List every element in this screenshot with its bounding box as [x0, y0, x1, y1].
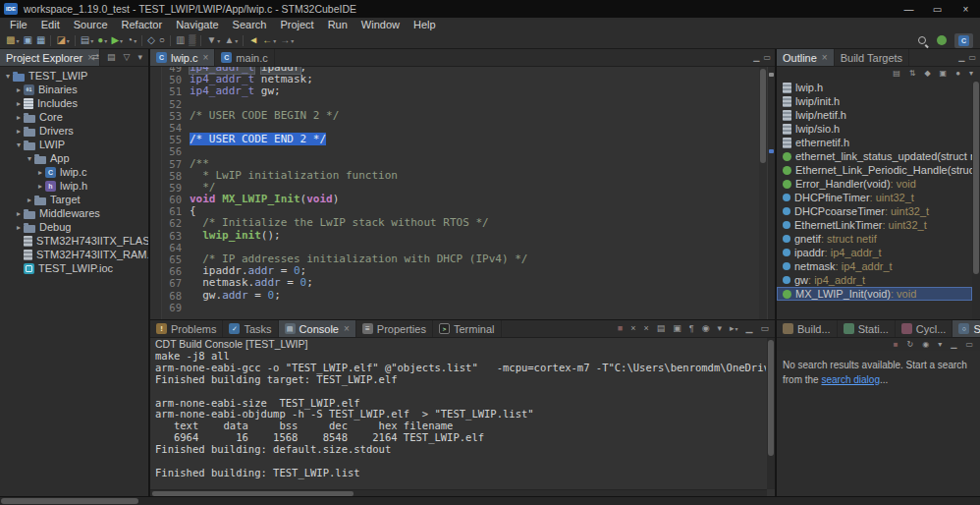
close-icon[interactable]: ×	[822, 52, 828, 63]
minimize-view-icon[interactable]: ▁	[744, 321, 755, 336]
menu-search[interactable]: Search	[226, 18, 274, 32]
menu-source[interactable]: Source	[67, 18, 115, 32]
menu-help[interactable]: Help	[407, 18, 443, 32]
quick-access-search-icon[interactable]	[916, 34, 929, 47]
run-icon[interactable]: ▶▾	[109, 33, 125, 48]
chevron-right-icon[interactable]: ▸	[14, 113, 24, 122]
console-output[interactable]: make -j8 all arm-none-eabi-gcc -o "TEST_…	[155, 351, 766, 489]
menu-window[interactable]: Window	[354, 18, 407, 32]
collapse-all-icon[interactable]: ▤	[105, 50, 118, 65]
outline-item-ipaddr[interactable]: ipaddr : ip4_addr_t	[777, 246, 972, 259]
toggle-breadcrumb-icon[interactable]: ▥	[174, 33, 187, 48]
forward-icon[interactable]: →▾	[278, 33, 296, 48]
remove-all-launches-icon[interactable]: ×	[641, 321, 650, 336]
tree-item-core[interactable]: ▸Core	[0, 110, 148, 124]
annotation-ruler[interactable]	[150, 67, 162, 319]
outline-item-ethernetlinktimer[interactable]: EthernetLinkTimer : uint32_t	[777, 218, 972, 232]
minimize-view-icon[interactable]: ▁	[958, 54, 964, 62]
console-tab-properties[interactable]: Properties	[356, 320, 433, 337]
outline-tab-outline[interactable]: Outline×	[777, 49, 835, 66]
refresh-search-icon[interactable]: ↻	[905, 339, 916, 350]
previous-annotation-icon[interactable]: ▲▾	[222, 33, 240, 48]
outline-item-ethernet-link-periodic-handle-struct-netif[interactable]: Ethernet_Link_Periodic_Handle(struct net…	[777, 163, 972, 177]
terminate-search-icon[interactable]: ■	[892, 339, 900, 350]
tree-item-test-lwip[interactable]: ▾TEST_LWIP	[0, 69, 148, 83]
tree-item-lwip-h[interactable]: ▸lwip.h	[0, 179, 148, 193]
code-line[interactable]	[190, 302, 759, 313]
maximize-button[interactable]: ▭	[923, 0, 952, 18]
search-tab-build[interactable]: Build...	[777, 320, 838, 337]
pin-search-icon[interactable]: ◉	[920, 339, 931, 350]
scrollbar-thumb[interactable]	[768, 340, 774, 456]
view-menu-icon[interactable]: ▾	[136, 50, 144, 65]
console-hscrollbar[interactable]	[150, 489, 767, 496]
outline-item-dhcpfinetimer[interactable]: DHCPfineTimer : uint32_t	[777, 191, 972, 204]
console-vscrollbar[interactable]	[767, 338, 775, 489]
collapse-all-icon[interactable]: ▤	[891, 68, 902, 79]
build-all-icon[interactable]: ◪▾	[54, 33, 71, 48]
outline-tab-build-targets[interactable]: Build Targets	[835, 49, 909, 66]
new-c-project-icon[interactable]: ▤▾	[79, 33, 95, 48]
cpp-perspective-button[interactable]	[954, 33, 973, 48]
filter-icon[interactable]: ▽	[122, 50, 133, 65]
hide-non-public-icon[interactable]: ●	[953, 68, 962, 79]
last-edit-location-icon[interactable]: ◄	[246, 33, 260, 48]
bottom-scrollbar[interactable]	[0, 496, 980, 505]
tree-item-target[interactable]: ▸Target	[0, 193, 148, 206]
tree-item-app[interactable]: ▾App	[0, 151, 148, 165]
word-wrap-icon[interactable]: ¶	[687, 321, 696, 336]
tree-item-stm32h743iitx-flash-ld[interactable]: STM32H743IITX_FLASH.ld	[0, 234, 148, 248]
chevron-down-icon[interactable]: ▾	[3, 72, 13, 81]
editor-code[interactable]: ip4_addr_t ipaddr;ip4_addr_t netmask;ip4…	[188, 67, 759, 313]
back-icon[interactable]: ←▾	[260, 33, 278, 48]
terminate-icon[interactable]: ■	[616, 321, 625, 336]
console-tab-problems[interactable]: Problems	[150, 320, 223, 337]
code-line[interactable]: void MX_LWIP_Init(void)	[190, 194, 759, 205]
debug-icon[interactable]: ●▾	[95, 33, 109, 48]
save-all-icon[interactable]: ▦	[34, 33, 47, 48]
search-tab-stati[interactable]: Stati...	[838, 320, 896, 337]
console-tab-tasks[interactable]: Tasks	[223, 320, 278, 337]
editor-tab-lwip-c[interactable]: lwip.c×	[150, 49, 215, 66]
debug-perspective-button[interactable]	[933, 33, 951, 47]
scroll-lock-icon[interactable]: ▣	[671, 321, 683, 336]
search-tab-sear[interactable]: Sear...×	[953, 320, 980, 337]
chevron-right-icon[interactable]: ▸	[14, 99, 24, 108]
outline-item-dhcpcoarsetimer[interactable]: DHCPcoarseTimer : uint32_t	[777, 204, 972, 218]
maximize-view-icon[interactable]: ▭	[963, 339, 975, 350]
close-button[interactable]: ×	[952, 0, 980, 18]
new-wizard-icon[interactable]: ▩▾	[4, 33, 21, 48]
chevron-right-icon[interactable]: ▸	[14, 223, 24, 232]
outline-item-netmask[interactable]: netmask : ip4_addr_t	[777, 259, 972, 273]
hide-static-members-icon[interactable]: ▣	[938, 68, 950, 79]
open-element-icon[interactable]: ◇	[145, 33, 157, 48]
outline-item-gw[interactable]: gw : ip4_addr_t	[777, 273, 972, 287]
scrollbar-thumb[interactable]	[1, 498, 138, 504]
outline-item-mx-lwip-init-void[interactable]: MX_LWIP_Init(void) : void	[777, 287, 972, 301]
minimize-view-icon[interactable]: ▁	[949, 339, 958, 350]
menu-refactor[interactable]: Refactor	[115, 18, 170, 32]
tree-item-middlewares[interactable]: ▸Middlewares	[0, 206, 148, 220]
tree-item-stm32h743iitx-ram-ld[interactable]: STM32H743IITX_RAM.ld	[0, 248, 148, 261]
chevron-right-icon[interactable]: ▸	[14, 209, 24, 218]
outline-item-ethernetif-h[interactable]: ethernetif.h	[777, 136, 972, 149]
menu-edit[interactable]: Edit	[34, 18, 67, 32]
maximize-view-icon[interactable]: ▭	[763, 54, 771, 62]
remove-launch-icon[interactable]: ×	[628, 321, 637, 336]
minimize-button[interactable]: —	[895, 0, 923, 18]
outline-vscrollbar[interactable]	[972, 80, 980, 319]
menu-file[interactable]: File	[3, 18, 34, 32]
outline-item-lwip-sio-h[interactable]: lwip/sio.h	[777, 122, 972, 136]
open-console-icon[interactable]: ▸▾	[728, 321, 740, 336]
display-selected-console-icon[interactable]: ▾	[715, 321, 724, 336]
code-line[interactable]: ip4_addr_t gw;	[190, 85, 759, 97]
tree-item-includes[interactable]: ▸Includes	[0, 96, 148, 110]
tree-item-debug[interactable]: ▸Debug	[0, 220, 148, 234]
search-history-icon[interactable]: ▾	[936, 339, 944, 350]
tree-item-drivers[interactable]: ▸Drivers	[0, 124, 148, 138]
code-line[interactable]: gw.addr = 0;	[190, 290, 759, 302]
outline-item-lwip-init-h[interactable]: lwip/init.h	[777, 94, 972, 108]
chevron-right-icon[interactable]: ▸	[14, 127, 24, 136]
menu-run[interactable]: Run	[321, 18, 354, 32]
search-dialog-link[interactable]: search dialog	[821, 374, 879, 385]
